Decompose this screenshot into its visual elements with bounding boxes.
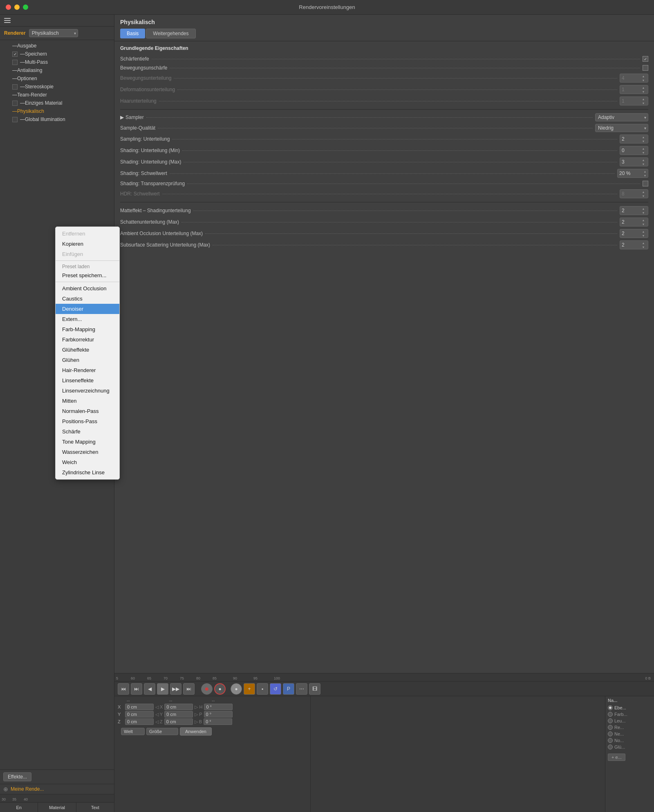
menu-item-schaerfe[interactable]: Schärfe xyxy=(56,426,119,437)
menu-item-extern[interactable]: Extern... xyxy=(56,314,119,324)
menu-item-weich[interactable]: Weich xyxy=(56,457,119,467)
menu-item-entfernen[interactable]: Entfernen xyxy=(56,229,119,239)
menu-item-einfuegen[interactable]: Einfügen xyxy=(56,249,119,259)
menu-divider-1 xyxy=(56,260,119,261)
menu-item-ambient-occlusion[interactable]: Ambient Occlusion xyxy=(56,283,119,294)
menu-item-mitten[interactable]: Mitten xyxy=(56,396,119,406)
menu-item-gluehn[interactable]: Glühen xyxy=(56,355,119,365)
menu-item-hair-renderer[interactable]: Hair-Renderer xyxy=(56,365,119,375)
context-menu: Entfernen Kopieren Einfügen Preset laden… xyxy=(55,227,120,480)
menu-item-linseneffekte[interactable]: Linseneffekte xyxy=(56,375,119,386)
context-menu-overlay[interactable]: Entfernen Kopieren Einfügen Preset laden… xyxy=(0,0,654,812)
menu-item-normalen-pass[interactable]: Normalen-Pass xyxy=(56,406,119,416)
menu-item-farb-mapping[interactable]: Farb-Mapping xyxy=(56,324,119,334)
menu-item-kopieren[interactable]: Kopieren xyxy=(56,239,119,249)
menu-item-positions-pass[interactable]: Positions-Pass xyxy=(56,416,119,426)
menu-item-linsenverzeichnung[interactable]: Linsenverzeichnung xyxy=(56,386,119,396)
menu-item-tone-mapping[interactable]: Tone Mapping xyxy=(56,437,119,447)
menu-item-preset-speichern[interactable]: Preset speichern... xyxy=(56,270,119,280)
menu-item-farbkorrektur[interactable]: Farbkorrektur xyxy=(56,334,119,345)
menu-section-preset-laden: Preset laden xyxy=(56,262,119,270)
menu-item-wasserzeichen[interactable]: Wasserzeichen xyxy=(56,447,119,457)
menu-item-glueheffekte[interactable]: Glüheffekte xyxy=(56,345,119,355)
menu-item-caustics[interactable]: Caustics xyxy=(56,294,119,304)
menu-item-zylindrische-linse[interactable]: Zylindrische Linse xyxy=(56,467,119,478)
menu-divider-2 xyxy=(56,282,119,282)
menu-item-denoiser[interactable]: Denoiser xyxy=(56,304,119,314)
